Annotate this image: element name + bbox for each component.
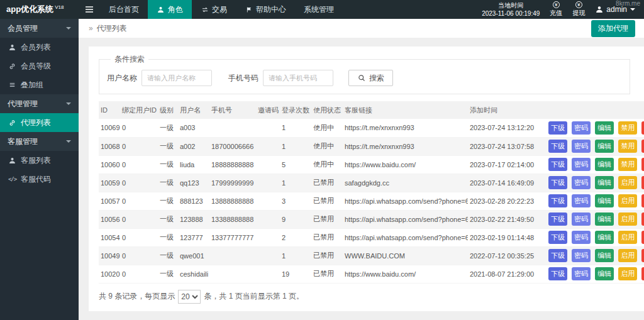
cell-phone [209,265,256,283]
delete-button[interactable]: 删除 [641,249,644,262]
status-text: 已禁用 [311,192,343,210]
edit-button[interactable]: 编辑 [595,176,614,189]
password-button[interactable]: 密码 [572,194,591,207]
recharge-button[interactable]: ¥ 充值 [550,1,562,18]
password-button[interactable]: 密码 [572,212,591,226]
edit-button[interactable]: 编辑 [595,212,614,226]
cell-bind-user-id: 0 [120,228,158,246]
sidebar-toggle-icon[interactable] [79,0,100,19]
sub-agent-button[interactable]: 下级 [548,249,567,262]
cell-id: 10057 [99,192,120,210]
sub-agent-button[interactable]: 下级 [548,194,567,207]
phone-input[interactable] [263,70,333,86]
edit-button[interactable]: 编辑 [595,249,614,262]
sidebar-item-service-list[interactable]: 客服列表 [0,151,79,170]
code-icon: </> [8,176,16,182]
password-button[interactable]: 密码 [572,158,591,171]
sidebar-group-agent-mgmt[interactable]: 代理管理 [0,94,79,113]
cell-service-link: https://api.whatsapp.com/send?phone=6011… [343,228,468,246]
edit-button[interactable]: 编辑 [595,267,614,280]
toggle-status-button[interactable]: 禁用 [618,158,637,171]
delete-button[interactable]: 删除 [641,176,644,189]
cell-created-at: 2021-08-07 21:29:00 [468,265,548,283]
search-button[interactable]: 搜索 [348,70,393,86]
app-logo-text: app优化系统 [6,4,53,15]
edit-button[interactable]: 编辑 [595,140,614,153]
password-button[interactable]: 密码 [572,140,591,153]
sub-agent-button[interactable]: 下级 [548,121,567,135]
delete-button[interactable]: 删除 [641,158,644,171]
col-header-id: ID [99,101,120,119]
toggle-status-button[interactable]: 启用 [618,231,637,244]
cell-phone [209,119,256,137]
password-button[interactable]: 密码 [572,231,591,244]
delete-button[interactable]: 删除 [641,267,644,280]
edit-button[interactable]: 编辑 [595,231,614,244]
phone-field-label: 手机号码 [228,73,258,84]
sub-agent-button[interactable]: 下级 [548,212,567,226]
edit-button[interactable]: 编辑 [595,121,614,135]
sidebar-item-member-list[interactable]: 会员列表 [0,38,79,57]
toggle-status-button[interactable]: 启用 [618,267,637,280]
sub-agent-button[interactable]: 下级 [548,176,567,189]
sidebar-item-label: 代理列表 [21,118,51,128]
sub-agent-button[interactable]: 下级 [548,231,567,244]
delete-button[interactable]: 删除 [641,140,644,153]
cell-phone: 18888888888 [209,155,256,174]
cell-phone: 13388888888 [209,210,256,228]
cell-username: ceshidaili [178,265,209,283]
password-button[interactable]: 密码 [572,249,591,262]
sub-agent-button[interactable]: 下级 [548,158,567,171]
sidebar-group-label: 代理管理 [8,99,38,109]
nav-item-role[interactable]: 角色 [148,0,192,19]
toggle-status-button[interactable]: 启用 [618,194,637,207]
delete-button[interactable]: 删除 [641,194,644,207]
nav-item-help[interactable]: 帮助中心 [236,0,295,19]
sidebar-group-service-mgmt[interactable]: 客服管理 [0,132,79,151]
cell-created-at: 2023-02-19 01:14:48 [468,228,548,246]
add-agent-button[interactable]: 添加代理 [591,20,635,37]
sidebar-item-member-level[interactable]: 会员等级 [0,57,79,75]
nav-item-dashboard[interactable]: 后台首页 [100,0,148,19]
cell-username: 888123 [178,192,209,210]
toggle-status-button[interactable]: 启用 [618,176,637,189]
table-row: 10069 0 一级 a003 1 使用中 https://t.me/xnxnx… [99,119,644,137]
edit-button[interactable]: 编辑 [595,194,614,207]
nav-item-system[interactable]: 系统管理 [295,0,343,19]
delete-button[interactable]: 删除 [641,212,644,226]
sidebar-item-agent-list[interactable]: 代理列表 [0,113,79,132]
sidebar-group-member-mgmt[interactable]: 会员管理 [0,19,79,38]
cell-invite-code [256,155,280,174]
password-button[interactable]: 密码 [572,176,591,189]
sidebar-item-stack-group[interactable]: 叠加组 [0,75,79,94]
toggle-status-button[interactable]: 禁用 [618,121,637,135]
cell-bind-user-id: 0 [120,265,158,283]
page-size-select[interactable]: 20 [178,290,201,304]
cell-login-count: 1 [280,174,311,192]
username-input[interactable] [142,70,212,86]
col-header-login-count: 登录次数 [280,101,311,119]
password-button[interactable]: 密码 [572,121,591,135]
nav-item-trade[interactable]: 交易 [192,0,236,19]
cell-level: 一级 [158,119,178,137]
cell-service-link: https://api.whatsapp.com/send?phone=6421… [343,192,468,210]
sub-agent-button[interactable]: 下级 [548,267,567,280]
delete-button[interactable]: 删除 [641,121,644,135]
cell-login-count: 1 [280,246,311,265]
cell-actions: 下级 密码 编辑 禁用 删除 [548,119,644,137]
withdraw-label: 提现 [572,9,585,18]
cell-login-count: 1 [280,137,311,155]
delete-button[interactable]: 删除 [641,231,644,244]
withdraw-button[interactable]: ¥ 提现 [572,1,585,18]
sub-agent-button[interactable]: 下级 [548,140,567,153]
status-text: 已禁用 [311,265,343,283]
toggle-status-button[interactable]: 启用 [618,212,637,226]
toggle-status-button[interactable]: 禁用 [618,140,637,153]
password-button[interactable]: 密码 [572,267,591,280]
col-header-actions [548,101,644,119]
col-header-created-at: 添加时间 [468,101,548,119]
local-time: 当地时间 2023-11-06 00:19:49 [482,1,540,18]
toggle-status-button[interactable]: 启用 [618,249,637,262]
sidebar-item-service-code[interactable]: </> 客服代码 [0,170,79,189]
edit-button[interactable]: 编辑 [595,158,614,171]
